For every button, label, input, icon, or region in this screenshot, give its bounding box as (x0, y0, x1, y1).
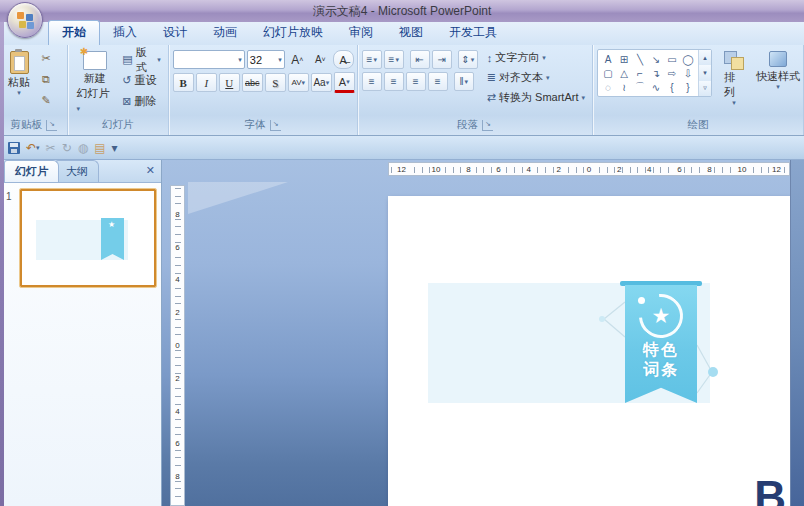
shape-icon[interactable]: ▭ (664, 52, 680, 66)
convert-smartart-button[interactable]: ⇄转换为 SmartArt▾ (484, 89, 588, 106)
tab-insert[interactable]: 插入 (100, 21, 150, 45)
font-name-combo[interactable]: ▾ (173, 50, 245, 69)
web-preview-button[interactable]: ◍ (78, 141, 88, 155)
new-slide-button[interactable]: 新建 幻灯片 ▾ (72, 49, 117, 115)
shape-icon[interactable]: ⇩ (680, 66, 696, 80)
undo-dropdown[interactable]: ▾ (36, 145, 40, 151)
group-drawing: A⊞╲↘▭◯▢△⌐↴⇨⇩◌≀⌒∿{} ▴ ▾ ▿ 排列 ▾ 快速样式 ▾ (593, 45, 804, 135)
increase-indent-button[interactable]: ⇥ (432, 50, 452, 69)
reset-button[interactable]: ↺重设 (119, 71, 164, 90)
font-size-dropdown[interactable]: ▾ (278, 57, 282, 63)
tab-view[interactable]: 视图 (386, 21, 436, 45)
clear-formatting-button[interactable]: A̶ (333, 50, 354, 69)
shape-icon[interactable]: ≀ (616, 80, 632, 94)
paste-dropdown[interactable]: ▾ (17, 90, 21, 96)
vertical-ruler[interactable]: 864202468 (170, 185, 185, 506)
cut-button[interactable]: ✂ (36, 49, 56, 68)
ruler-number: 6 (174, 243, 180, 252)
pane-close-button[interactable]: ✕ (146, 164, 155, 177)
reset-icon: ↺ (122, 74, 131, 87)
shape-icon[interactable]: } (680, 80, 696, 94)
shape-icon[interactable]: { (664, 80, 680, 94)
change-case-button[interactable]: Aa▾ (311, 73, 332, 92)
tab-review[interactable]: 审阅 (336, 21, 386, 45)
shape-icon[interactable]: ⌒ (632, 80, 648, 94)
layout-button[interactable]: ▤版式▾ (119, 50, 164, 69)
tab-design[interactable]: 设计 (150, 21, 200, 45)
justify-button[interactable]: ≡ (428, 72, 448, 91)
paste-qat-button[interactable]: ▤ (94, 141, 105, 155)
slide-canvas[interactable]: ★ 特色 词条 (388, 196, 790, 506)
clipboard-dialog-launcher[interactable]: ↘ (46, 120, 57, 131)
shape-icon[interactable]: ⊞ (616, 52, 632, 66)
shape-icon[interactable]: A (600, 52, 616, 66)
bullets-icon: ≡ (367, 54, 373, 65)
align-right-button[interactable]: ≡ (406, 72, 426, 91)
undo-icon: ↶ (26, 141, 36, 155)
align-left-button[interactable]: ≡ (362, 72, 382, 91)
shrink-font-button[interactable]: A˅ (310, 50, 331, 69)
featured-entry-badge[interactable]: ★ 特色 词条 (625, 281, 697, 403)
character-spacing-button[interactable]: AV▾ (288, 73, 309, 92)
shape-icon[interactable]: ╲ (632, 52, 648, 66)
shape-icon[interactable]: △ (616, 66, 632, 80)
grow-font-button[interactable]: A˄ (287, 50, 308, 69)
pane-tab-slides[interactable]: 幻灯片 (4, 160, 59, 182)
bold-button[interactable]: B (173, 73, 194, 92)
shapes-scroll-down[interactable]: ▾ (699, 65, 711, 80)
text-direction-button[interactable]: ↕文字方向▾ (484, 49, 588, 66)
horizontal-ruler[interactable]: 12108642024681012 (388, 162, 790, 176)
delete-button[interactable]: ⊠删除 (119, 92, 164, 111)
strikethrough-button[interactable]: abc (242, 73, 263, 92)
tab-slideshow[interactable]: 幻灯片放映 (250, 21, 336, 45)
shapes-more-button[interactable]: ▿ (699, 81, 711, 96)
slide-thumbnail[interactable] (20, 189, 156, 287)
undo-button[interactable]: ↶▾ (26, 141, 40, 155)
numbering-button[interactable]: ≡▾ (384, 50, 404, 69)
bullets-button[interactable]: ≡▾ (362, 50, 382, 69)
ruler-number: 2 (616, 165, 622, 174)
columns-button[interactable]: ‖▾ (454, 72, 474, 91)
font-dialog-launcher[interactable]: ↘ (270, 120, 281, 131)
save-button[interactable] (8, 142, 20, 154)
shape-icon[interactable]: ∿ (648, 80, 664, 94)
underline-button[interactable]: U (219, 73, 240, 92)
web-icon: ◍ (78, 141, 88, 155)
powerpoint-window: 演示文稿4 - Microsoft PowerPoint 开始 插入 设计 动画… (0, 0, 804, 506)
line-spacing-button[interactable]: ⇕▾ (458, 50, 478, 69)
tab-developer[interactable]: 开发工具 (436, 21, 510, 45)
quick-styles-icon (769, 51, 787, 67)
format-painter-button[interactable]: ✎ (36, 91, 56, 110)
paste-button[interactable]: 粘贴 ▾ (4, 49, 34, 98)
shapes-scroll-up[interactable]: ▴ (699, 50, 711, 65)
align-text-button[interactable]: ≣对齐文本▾ (484, 69, 588, 86)
quick-styles-button[interactable]: 快速样式 ▾ (752, 49, 804, 92)
scrollbar-track[interactable] (790, 160, 804, 506)
font-name-dropdown[interactable]: ▾ (238, 57, 242, 63)
tab-animations[interactable]: 动画 (200, 21, 250, 45)
redo-button[interactable]: ↻ (62, 141, 72, 155)
paragraph-dialog-launcher[interactable]: ↘ (482, 120, 493, 131)
font-group-label: 字体 (245, 118, 266, 132)
qat-customize-button[interactable]: ▾ (112, 141, 118, 155)
shape-icon[interactable]: ▢ (600, 66, 616, 80)
print-preview-button[interactable]: ✂ (46, 141, 56, 155)
shape-icon[interactable]: ↘ (648, 52, 664, 66)
arrange-button[interactable]: 排列 ▾ (720, 49, 748, 108)
shape-icon[interactable]: ◌ (600, 80, 616, 94)
pane-tab-outline[interactable]: 大纲 (55, 160, 99, 182)
font-size-combo[interactable]: 32▾ (247, 50, 285, 69)
shape-icon[interactable]: ⌐ (632, 66, 648, 80)
align-center-button[interactable]: ≡ (384, 72, 404, 91)
decrease-indent-button[interactable]: ⇤ (410, 50, 430, 69)
shape-icon[interactable]: ⇨ (664, 66, 680, 80)
new-slide-dropdown[interactable]: ▾ (76, 105, 80, 112)
copy-button[interactable]: ⧉ (36, 70, 56, 89)
italic-button[interactable]: I (196, 73, 217, 92)
tab-home[interactable]: 开始 (48, 20, 100, 45)
shape-icon[interactable]: ↴ (648, 66, 664, 80)
font-color-button[interactable]: A▾ (334, 72, 355, 93)
shape-icon[interactable]: ◯ (680, 52, 696, 66)
text-shadow-button[interactable]: S (265, 73, 286, 92)
office-button[interactable] (7, 2, 43, 38)
